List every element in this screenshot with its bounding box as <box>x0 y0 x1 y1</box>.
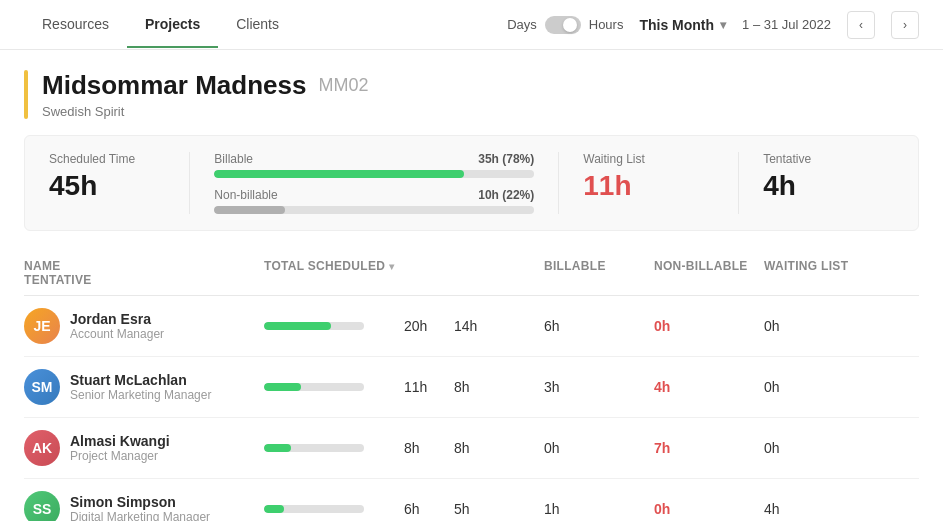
nonbillable-label: Non-billable <box>214 188 277 202</box>
tentative-cell: 0h <box>764 318 854 334</box>
stats-row: Scheduled Time 45h Billable 35h (78%) No… <box>24 135 919 231</box>
billable-bar-bg <box>214 170 534 178</box>
billable-cell: 14h <box>454 318 544 334</box>
scheduled-bar-cell <box>264 444 404 452</box>
scheduled-bar-cell <box>264 383 404 391</box>
nav-controls: Days Hours This Month ▾ 1 – 31 Jul 2022 … <box>507 11 919 39</box>
person-role: Digital Marketing Manager <box>70 510 210 521</box>
scheduled-value-cell: 6h <box>404 501 454 517</box>
project-subtitle: Swedish Spirit <box>42 104 368 119</box>
project-title-block: Midsommar Madness MM02 Swedish Spirit <box>42 70 368 119</box>
person-name: Jordan Esra <box>70 311 164 327</box>
person-name: Simon Simpson <box>70 494 210 510</box>
person-cell: AK Almasi Kwangi Project Manager <box>24 430 264 466</box>
mini-bar-fill <box>264 322 331 330</box>
nonbillable-cell: 3h <box>544 379 654 395</box>
billable-bar-fill <box>214 170 464 178</box>
scheduled-bar-cell <box>264 505 404 513</box>
sort-icon: ▾ <box>389 261 394 272</box>
days-hours-toggle[interactable] <box>545 16 581 34</box>
project-accent-bar <box>24 70 28 119</box>
tab-clients[interactable]: Clients <box>218 2 297 48</box>
mini-bar-bg <box>264 383 364 391</box>
stat-tentative: Tentative 4h <box>763 152 894 214</box>
person-role: Senior Marketing Manager <box>70 388 211 402</box>
billable-progress-row: Billable 35h (78%) <box>214 152 534 178</box>
tentative-cell: 0h <box>764 440 854 456</box>
col-tentative: Tentative <box>24 273 264 287</box>
col-nonbillable: Non-billable <box>654 259 764 273</box>
next-arrow[interactable]: › <box>891 11 919 39</box>
tentative-label: Tentative <box>763 152 894 166</box>
billable-cell: 8h <box>454 379 544 395</box>
scheduled-value-cell: 8h <box>404 440 454 456</box>
nonbillable-progress-row: Non-billable 10h (22%) <box>214 188 534 214</box>
table-header: Name Total Scheduled ▾ Billable Non-bill… <box>24 251 919 296</box>
mini-bar-fill <box>264 444 291 452</box>
days-label: Days <box>507 17 537 32</box>
table-row: JE Jordan Esra Account Manager 20h 14h 6… <box>24 296 919 357</box>
scheduled-value-cell: 11h <box>404 379 454 395</box>
month-selector[interactable]: This Month ▾ <box>639 17 726 33</box>
top-nav: Resources Projects Clients Days Hours Th… <box>0 0 943 50</box>
project-name: Midsommar Madness <box>42 70 306 101</box>
scheduled-value-cell: 20h <box>404 318 454 334</box>
scheduled-bar-cell <box>264 322 404 330</box>
person-name: Almasi Kwangi <box>70 433 170 449</box>
prev-arrow[interactable]: ‹ <box>847 11 875 39</box>
tab-resources[interactable]: Resources <box>24 2 127 48</box>
avatar: AK <box>24 430 60 466</box>
nonbillable-cell: 1h <box>544 501 654 517</box>
tentative-cell: 4h <box>764 501 854 517</box>
progress-block: Billable 35h (78%) Non-billable 10h (22%… <box>214 152 559 214</box>
nonbillable-cell: 0h <box>544 440 654 456</box>
hours-label: Hours <box>589 17 624 32</box>
col-billable: Billable <box>544 259 654 273</box>
waiting-cell: 0h <box>654 501 764 517</box>
nonbillable-cell: 6h <box>544 318 654 334</box>
waiting-value: 11h <box>583 170 714 202</box>
avatar: SS <box>24 491 60 521</box>
table-row: SM Stuart McLachlan Senior Marketing Man… <box>24 357 919 418</box>
person-role: Account Manager <box>70 327 164 341</box>
project-code: MM02 <box>318 75 368 96</box>
person-cell: SS Simon Simpson Digital Marketing Manag… <box>24 491 264 521</box>
project-title: Midsommar Madness MM02 <box>42 70 368 101</box>
mini-bar-bg <box>264 322 364 330</box>
col-waiting: Waiting List <box>764 259 854 273</box>
project-header: Midsommar Madness MM02 Swedish Spirit <box>0 50 943 135</box>
nonbillable-value: 10h (22%) <box>478 188 534 202</box>
nonbillable-bar-fill <box>214 206 284 214</box>
tentative-value: 4h <box>763 170 894 202</box>
col-scheduled[interactable]: Total Scheduled ▾ <box>264 259 454 273</box>
waiting-label: Waiting List <box>583 152 714 166</box>
mini-bar-fill <box>264 383 301 391</box>
mini-bar-bg <box>264 505 364 513</box>
avatar: SM <box>24 369 60 405</box>
person-name: Stuart McLachlan <box>70 372 211 388</box>
tentative-cell: 0h <box>764 379 854 395</box>
stat-waiting: Waiting List 11h <box>583 152 739 214</box>
avatar: JE <box>24 308 60 344</box>
waiting-cell: 4h <box>654 379 764 395</box>
person-cell: SM Stuart McLachlan Senior Marketing Man… <box>24 369 264 405</box>
waiting-cell: 0h <box>654 318 764 334</box>
person-cell: JE Jordan Esra Account Manager <box>24 308 264 344</box>
billable-cell: 5h <box>454 501 544 517</box>
mini-bar-fill <box>264 505 284 513</box>
billable-value: 35h (78%) <box>478 152 534 166</box>
month-label: This Month <box>639 17 714 33</box>
date-range: 1 – 31 Jul 2022 <box>742 17 831 32</box>
tab-projects[interactable]: Projects <box>127 2 218 48</box>
nav-tabs: Resources Projects Clients <box>24 2 297 48</box>
billable-label: Billable <box>214 152 253 166</box>
col-name: Name <box>24 259 264 273</box>
chevron-down-icon: ▾ <box>720 18 726 32</box>
stat-scheduled: Scheduled Time 45h <box>49 152 190 214</box>
toggle-group: Days Hours <box>507 16 623 34</box>
table-section: Name Total Scheduled ▾ Billable Non-bill… <box>24 251 919 521</box>
person-role: Project Manager <box>70 449 170 463</box>
mini-bar-bg <box>264 444 364 452</box>
scheduled-label: Scheduled Time <box>49 152 165 166</box>
table-row: SS Simon Simpson Digital Marketing Manag… <box>24 479 919 521</box>
